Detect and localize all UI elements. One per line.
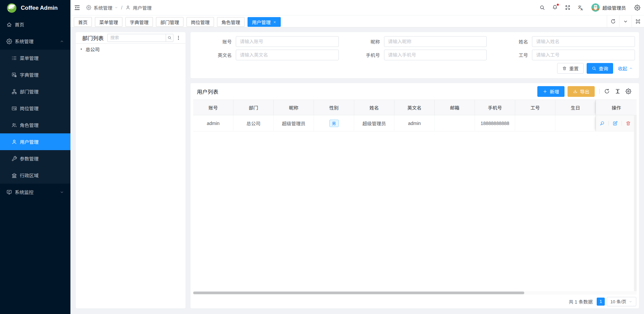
tab-label: 用户管理 <box>252 19 271 25</box>
close-icon[interactable] <box>273 20 276 24</box>
department-search-input[interactable] <box>107 34 166 42</box>
sidebar-menu-item[interactable]: 菜单管理 <box>0 50 70 66</box>
tab[interactable]: 菜单管理 <box>95 17 122 27</box>
table-cell-actions <box>596 115 634 131</box>
user-name[interactable]: 超级管理员 <box>602 4 626 11</box>
vertical-scrollbar[interactable] <box>634 115 637 291</box>
table-header-cell[interactable]: 账号 <box>193 100 233 115</box>
horizontal-scrollbar[interactable] <box>193 291 637 295</box>
tab[interactable]: 首页 <box>74 17 92 27</box>
page-size-select[interactable]: 10 条/页 <box>607 297 636 306</box>
header-actions: 文A 超级管理员 <box>539 3 640 12</box>
sidebar-menu-item[interactable]: 行政区域 <box>0 167 70 184</box>
field-input[interactable] <box>532 36 635 47</box>
app-logo[interactable]: Coffee Admin <box>0 0 70 16</box>
chevron-down-icon <box>60 190 64 194</box>
breadcrumb-item-system[interactable]: 系统管理 <box>86 4 118 11</box>
pagination-page-1[interactable]: 1 <box>597 298 605 306</box>
field-input[interactable] <box>236 36 339 47</box>
reset-button-label: 重置 <box>569 65 579 72</box>
sidebar-menu-item[interactable]: 首页 <box>0 16 70 33</box>
collapse-link[interactable]: 收起 <box>618 65 633 72</box>
spring-leaf-icon <box>7 3 16 13</box>
content-area: 部门列表 总公司 <box>70 27 644 314</box>
export-button-label: 导出 <box>580 88 589 95</box>
tab-label: 首页 <box>78 19 88 25</box>
field-input[interactable] <box>384 36 487 47</box>
table-header-cell[interactable]: 姓名 <box>354 100 394 115</box>
breadcrumb-item-user[interactable]: 用户管理 <box>125 4 152 11</box>
view-icon[interactable] <box>599 121 605 126</box>
chevron-down-icon <box>629 300 633 304</box>
column-settings-icon[interactable] <box>626 88 631 94</box>
field-input[interactable] <box>236 50 339 60</box>
table-header-cell[interactable]: 昵称 <box>274 100 314 115</box>
tab-refresh-button[interactable] <box>607 15 619 27</box>
export-button[interactable]: 导出 <box>568 86 595 97</box>
tree-item[interactable]: 总公司 <box>78 45 183 54</box>
tab[interactable]: 角色管理 <box>217 17 245 27</box>
sidebar-menu-item-label: 系统监控 <box>15 189 34 195</box>
tab[interactable]: 字典管理 <box>125 17 153 27</box>
notification-bell[interactable] <box>552 4 558 11</box>
tab[interactable]: 部门管理 <box>156 17 183 27</box>
table-header-cell[interactable]: 手机号 <box>475 100 515 115</box>
user-icon <box>125 5 130 10</box>
gear-icon[interactable] <box>634 5 640 11</box>
kebab-menu-icon[interactable] <box>176 35 181 41</box>
table-cell: admin <box>394 115 435 131</box>
dictionary-icon <box>11 72 17 78</box>
trash-icon <box>562 66 567 71</box>
user-icon <box>11 139 17 145</box>
table-header-cell[interactable]: 邮箱 <box>435 100 475 115</box>
search-icon[interactable] <box>539 5 545 10</box>
sidebar-menu-item[interactable]: 岗位管理 <box>0 100 70 117</box>
table-header-cell[interactable]: 性别 <box>314 100 354 115</box>
tab[interactable]: 用户管理 <box>248 17 281 27</box>
toolbar-divider <box>599 89 600 94</box>
sidebar-menu-item[interactable]: 角色管理 <box>0 117 70 133</box>
table-header-cell[interactable]: 英文名 <box>394 100 435 115</box>
sidebar-menu-item[interactable]: 部门管理 <box>0 83 70 100</box>
main-panel: 账号 昵称 姓名 <box>191 32 639 308</box>
action-divider <box>608 121 609 126</box>
fullscreen-icon[interactable] <box>565 5 571 10</box>
delete-icon[interactable] <box>626 121 631 126</box>
table-header-cell[interactable]: 部门 <box>233 100 274 115</box>
caret-right-icon[interactable] <box>80 48 83 51</box>
sidebar-menu-item[interactable]: 用户管理 <box>0 133 70 150</box>
gear-icon <box>86 5 91 10</box>
plus-icon <box>543 89 547 94</box>
table-header-cell[interactable]: 生日 <box>555 100 596 115</box>
sidebar-menu-item-label: 系统管理 <box>15 38 34 45</box>
table-header-cell[interactable]: 操作 <box>596 100 637 115</box>
avatar[interactable] <box>591 3 600 12</box>
department-search-button[interactable] <box>166 34 173 42</box>
sidebar-menu-item[interactable]: 字典管理 <box>0 66 70 83</box>
field-input[interactable] <box>384 50 487 60</box>
tab-maximize-button[interactable] <box>632 15 644 27</box>
table-cell <box>555 115 596 131</box>
add-button[interactable]: 新增 <box>537 86 565 97</box>
sidebar-menu-item[interactable]: 系统管理 <box>0 33 70 50</box>
query-button[interactable]: 查询 <box>587 63 613 74</box>
row-height-icon[interactable] <box>615 88 621 94</box>
roles-icon <box>11 122 17 128</box>
user-table-card: 用户列表 新增 导出 <box>191 83 639 308</box>
tab[interactable]: 岗位管理 <box>186 17 214 27</box>
badge-icon <box>11 106 17 111</box>
sidebar-menu-item[interactable]: 系统监控 <box>0 184 70 200</box>
tab-menu-button[interactable] <box>619 15 632 27</box>
sidebar-menu-item[interactable]: 参数管理 <box>0 150 70 167</box>
chevron-up-icon <box>60 39 64 44</box>
refresh-icon[interactable] <box>604 88 610 94</box>
breadcrumb: 系统管理 / 用户管理 <box>86 4 152 11</box>
field-input[interactable] <box>532 50 635 60</box>
gear-icon <box>6 39 12 44</box>
scrollbar-thumb[interactable] <box>193 292 524 294</box>
table-header-cell[interactable]: 工号 <box>515 100 555 115</box>
menu-fold-icon[interactable] <box>74 4 80 11</box>
translate-icon[interactable]: 文A <box>578 5 584 11</box>
edit-icon[interactable] <box>612 121 618 126</box>
reset-button[interactable]: 重置 <box>557 63 584 74</box>
